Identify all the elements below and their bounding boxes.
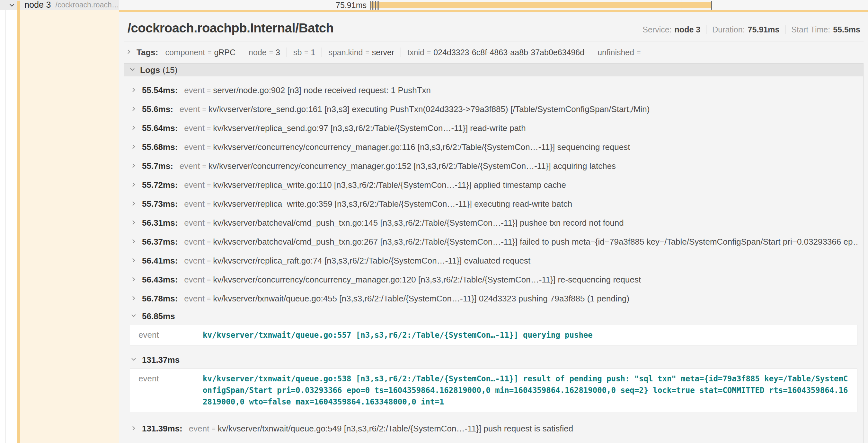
chevron-right-icon[interactable]	[130, 275, 137, 284]
log-field-key: event	[184, 180, 205, 190]
log-field-key: event	[189, 424, 210, 434]
log-field-key: event	[184, 218, 205, 228]
tag-separator	[321, 47, 322, 57]
log-entry-header[interactable]: 56.85ms	[130, 309, 858, 323]
chevron-right-icon[interactable]	[130, 143, 137, 152]
tag-separator	[242, 47, 242, 57]
tag-key: component	[165, 48, 205, 57]
logs-content: 55.54ms:event=server/node.go:902 [n3] no…	[124, 76, 863, 443]
equals-sign: =	[427, 48, 431, 56]
log-timestamp: 56.85ms	[142, 311, 175, 321]
tag-item: span.kind=server	[328, 48, 394, 57]
log-entry-row[interactable]: 56.78ms:event=kv/kvserver/txnwait/queue.…	[130, 289, 858, 308]
log-entry-row[interactable]: 55.64ms:event=kv/kvserver/replica_send.g…	[130, 119, 858, 138]
log-entry-expanded: 131.37mseventkv/kvserver/txnwait/queue.g…	[130, 352, 858, 412]
log-entry-row[interactable]: 56.37ms:event=kv/kvserver/batcheval/cmd_…	[130, 232, 858, 251]
tag-item: sb=1	[293, 48, 315, 57]
chevron-down-icon[interactable]	[128, 66, 136, 74]
log-timestamp: 131.37ms	[142, 355, 180, 365]
tag-item: component=gRPC	[165, 48, 236, 57]
log-field-value: kv/kvserver/replica_write.go:110 [n3,s3,…	[213, 180, 566, 190]
log-entry-row[interactable]: 56.43ms:event=kv/kvserver/concurrency/co…	[130, 270, 858, 289]
equals-sign: =	[207, 181, 211, 189]
equals-sign: =	[207, 200, 211, 208]
timeline-track: 75.91ms	[119, 0, 868, 10]
span-detail-panel: /cockroach.roachpb.Internal/Batch Servic…	[119, 12, 868, 443]
log-entry-row[interactable]: 55.72ms:event=kv/kvserver/replica_write.…	[130, 176, 858, 195]
chevron-right-icon[interactable]	[130, 162, 137, 171]
chevron-right-icon[interactable]	[130, 294, 137, 303]
tags-accordion-toggle[interactable]: Tags: component=gRPCnode=3sb=1span.kind=…	[125, 44, 864, 61]
tag-value: gRPC	[214, 48, 236, 57]
log-field-value: kv/kvserver/replica_write.go:359 [n3,s3,…	[213, 199, 572, 209]
equals-sign: =	[207, 87, 211, 94]
chevron-right-icon[interactable]	[130, 86, 137, 95]
log-entry-header[interactable]: 131.37ms	[130, 352, 858, 367]
tag-value: 024d3323-6c8f-4863-aa8b-37ab0e63496d	[433, 48, 584, 57]
log-timestamp: 55.72ms:	[142, 180, 178, 190]
log-entry-row[interactable]: 131.39ms:event=kv/kvserver/txnwait/queue…	[130, 419, 858, 438]
log-field-key: event	[184, 142, 205, 152]
log-fields-card: eventkv/kvserver/txnwait/queue.go:538 [n…	[130, 369, 858, 412]
equals-sign: =	[207, 219, 211, 227]
log-field-key: event	[184, 237, 205, 247]
logs-footer-note: Log timestamps are relative to the start…	[130, 438, 858, 443]
log-timestamp: 56.31ms:	[142, 218, 178, 228]
equals-sign: =	[202, 163, 206, 170]
chevron-right-icon[interactable]	[130, 424, 137, 433]
log-fields-card: eventkv/kvserver/txnwait/queue.go:557 [n…	[130, 325, 858, 345]
span-operation-name[interactable]: /cockroach.roach…	[56, 1, 119, 9]
log-timestamp: 56.43ms:	[142, 275, 178, 285]
trace-timeline-row: node 3 /cockroach.roach… 75.91ms	[0, 0, 868, 10]
chevron-right-icon[interactable]	[130, 257, 137, 266]
equals-sign: =	[637, 48, 641, 56]
span-duration-bar[interactable]	[370, 2, 712, 8]
chevron-right-icon[interactable]	[130, 105, 137, 114]
tag-separator	[591, 47, 591, 57]
chevron-right-icon[interactable]	[130, 200, 137, 209]
log-field-value: kv/kvserver/txnwait/queue.go:557 [n3,s3,…	[203, 329, 593, 341]
tag-separator	[401, 47, 401, 57]
equals-sign: =	[207, 257, 211, 265]
log-timestamp: 56.41ms:	[142, 256, 178, 266]
tag-separator	[286, 47, 287, 57]
equals-sign: =	[365, 48, 369, 56]
chevron-right-icon[interactable]	[130, 181, 137, 190]
start-time-label: Start Time:	[791, 25, 830, 34]
log-entry-row[interactable]: 56.41ms:event=kv/kvserver/replica_raft.g…	[130, 251, 858, 270]
log-entry-row[interactable]: 55.54ms:event=server/node.go:902 [n3] no…	[130, 81, 858, 100]
log-field-value: server/node.go:902 [n3] node received re…	[213, 86, 431, 95]
span-detail-title: /cockroach.roachpb.Internal/Batch	[127, 21, 334, 35]
tags-list: component=gRPCnode=3sb=1span.kind=server…	[158, 47, 643, 57]
log-entry-row[interactable]: 55.73ms:event=kv/kvserver/replica_write.…	[130, 195, 858, 213]
tag-item: txnid=024d3323-6c8f-4863-aa8b-37ab0e6349…	[407, 48, 584, 57]
chevron-down-icon[interactable]	[130, 312, 137, 321]
equals-sign: =	[208, 48, 211, 56]
chevron-right-icon[interactable]	[125, 48, 133, 57]
tree-guide-line	[5, 10, 5, 443]
log-field-key: event	[180, 161, 200, 171]
equals-sign: =	[202, 106, 206, 113]
chevron-right-icon[interactable]	[130, 124, 137, 133]
log-field-value: kv/kvserver/replica_send.go:97 [n3,s3,r6…	[213, 123, 526, 133]
header-divider	[124, 41, 864, 41]
log-timestamp: 56.78ms:	[142, 294, 178, 304]
collapse-chevron-icon[interactable]	[8, 1, 16, 10]
span-duration-label: 75.91ms	[299, 1, 367, 10]
span-service-name[interactable]: node 3	[24, 0, 51, 10]
span-color-bar	[17, 1, 20, 443]
logs-accordion-header[interactable]: Logs (15)	[124, 64, 863, 76]
log-entry-row[interactable]: 56.31ms:event=kv/kvserver/batcheval/cmd_…	[130, 213, 858, 232]
chevron-down-icon[interactable]	[130, 355, 137, 364]
log-entry-row[interactable]: 55.7ms:event=kv/kvserver/concurrency/con…	[130, 157, 858, 176]
log-field-key: event	[180, 104, 200, 114]
log-entry-row[interactable]: 55.68ms:event=kv/kvserver/concurrency/co…	[130, 138, 858, 157]
log-entry-row[interactable]: 55.6ms:event=kv/kvserver/store_send.go:1…	[130, 100, 858, 119]
log-marker-tick	[377, 1, 377, 10]
tag-value: 1	[311, 48, 315, 57]
span-name-column-highlight[interactable]	[20, 10, 119, 443]
chevron-right-icon[interactable]	[130, 238, 137, 246]
tag-value: 3	[276, 48, 280, 57]
tags-label: Tags:	[136, 47, 158, 58]
chevron-right-icon[interactable]	[130, 218, 137, 228]
